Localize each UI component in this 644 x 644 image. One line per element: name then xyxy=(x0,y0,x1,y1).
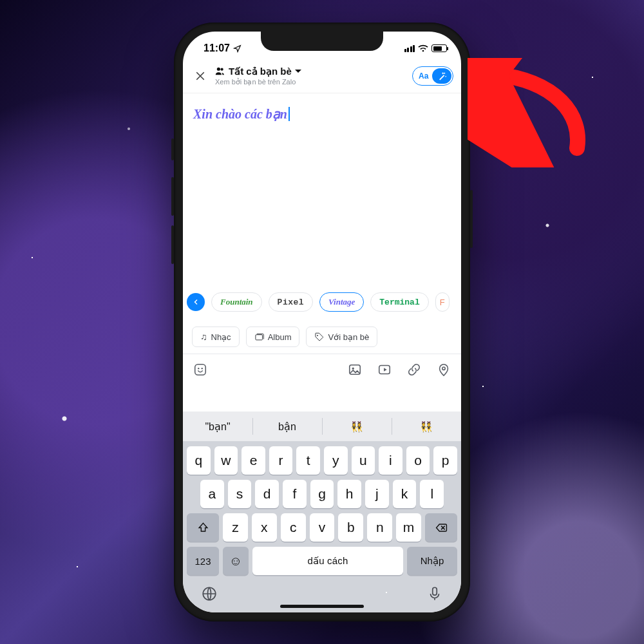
font-style-row: Fountain Pixel Vintage Terminal F xyxy=(183,285,461,319)
compose-header: Tất cả bạn bè Xem bởi bạn bè trên Zalo A… xyxy=(183,59,461,93)
sticker-face-icon xyxy=(193,363,207,377)
chevron-left-icon xyxy=(192,298,200,306)
image-icon xyxy=(348,363,362,377)
keyboard: "bạn" bận 👯‍♀️ 👯 q w e r t y u i o p xyxy=(183,412,461,612)
close-icon xyxy=(194,70,206,82)
red-arrow-annotation xyxy=(468,58,596,167)
key-row-4: 123 ☺ dấu cách Nhập xyxy=(183,542,461,579)
attachment-row: ♫ Nhạc Album Với bạn bè xyxy=(183,319,461,354)
suggestion-text: "bạn" xyxy=(205,421,230,433)
key-t[interactable]: t xyxy=(296,446,320,475)
close-button[interactable] xyxy=(191,66,210,86)
key-i[interactable]: i xyxy=(379,446,402,475)
text-caret xyxy=(289,107,290,121)
key-space[interactable]: dấu cách xyxy=(252,547,403,575)
chip-label: Terminal xyxy=(379,298,419,307)
key-d[interactable]: d xyxy=(255,480,279,508)
video-button[interactable] xyxy=(377,363,392,377)
key-v[interactable]: v xyxy=(310,513,335,542)
toggle-knob xyxy=(432,68,451,84)
key-y[interactable]: y xyxy=(324,446,348,475)
key-p[interactable]: p xyxy=(433,446,457,475)
input-action-row xyxy=(183,357,461,383)
key-n[interactable]: n xyxy=(367,513,392,542)
chip-label: Vintage xyxy=(328,297,355,307)
key-j[interactable]: j xyxy=(365,480,389,508)
location-arrow-icon xyxy=(233,44,242,53)
phone-vol-down xyxy=(171,225,174,264)
key-shift[interactable] xyxy=(187,513,219,542)
key-u[interactable]: u xyxy=(352,446,375,475)
key-l[interactable]: l xyxy=(420,480,444,508)
suggestion-1[interactable]: "bạn" xyxy=(183,412,252,441)
sticker-button[interactable] xyxy=(193,363,207,377)
suggestion-3[interactable]: 👯‍♀️ xyxy=(322,412,392,441)
people-icon xyxy=(215,67,225,75)
key-w[interactable]: w xyxy=(214,446,238,475)
tag-icon xyxy=(314,332,324,342)
key-g[interactable]: g xyxy=(310,480,334,508)
key-o[interactable]: o xyxy=(406,446,430,475)
cellular-signal-icon xyxy=(404,45,415,52)
font-chip-terminal[interactable]: Terminal xyxy=(370,292,428,312)
key-e[interactable]: e xyxy=(242,446,265,475)
toggle-aa-label: Aa xyxy=(419,71,428,80)
key-backspace[interactable] xyxy=(425,513,457,542)
location-pin-icon xyxy=(437,363,451,377)
compose-area[interactable]: Xin chào các bạn xyxy=(183,93,461,285)
key-emoji[interactable]: ☺ xyxy=(223,547,249,575)
font-chip-pixel[interactable]: Pixel xyxy=(269,292,314,312)
battery-icon xyxy=(431,44,447,52)
location-button[interactable] xyxy=(437,363,451,377)
phone-vol-up xyxy=(171,177,174,216)
svg-point-8 xyxy=(442,367,445,370)
chip-label: F xyxy=(440,298,445,307)
link-button[interactable] xyxy=(407,363,421,377)
attach-music-chip[interactable]: ♫ Nhạc xyxy=(192,327,240,347)
key-m[interactable]: m xyxy=(396,513,421,542)
font-chip-more[interactable]: F xyxy=(435,292,450,312)
audience-title: Tất cả bạn bè xyxy=(229,66,292,77)
shift-icon xyxy=(197,522,209,534)
globe-icon[interactable] xyxy=(201,585,218,602)
audience-subtitle: Xem bởi bạn bè trên Zalo xyxy=(215,78,407,86)
phone-frame: 11:07 Tất cả bạn bè xyxy=(174,23,470,621)
suggestion-emoji: 👯‍♀️ xyxy=(350,421,363,433)
audience-selector[interactable]: Tất cả bạn bè Xem bởi bạn bè trên Zalo xyxy=(215,66,407,86)
home-indicator[interactable] xyxy=(280,605,364,608)
attach-with-friends-chip[interactable]: Với bạn bè xyxy=(306,327,377,347)
key-x[interactable]: x xyxy=(252,513,277,542)
key-c[interactable]: c xyxy=(281,513,306,542)
video-play-icon xyxy=(377,363,392,377)
font-mode-toggle[interactable]: Aa xyxy=(412,66,453,86)
font-prev-button[interactable] xyxy=(187,293,205,311)
key-enter[interactable]: Nhập xyxy=(407,547,457,575)
font-chip-vintage[interactable]: Vintage xyxy=(319,292,364,312)
key-r[interactable]: r xyxy=(269,446,293,475)
image-stack-icon xyxy=(254,333,264,341)
attach-album-chip[interactable]: Album xyxy=(246,327,300,347)
suggestion-bar: "bạn" bận 👯‍♀️ 👯 xyxy=(183,412,461,441)
key-row-1: q w e r t y u i o p xyxy=(183,441,461,475)
phone-power xyxy=(470,190,473,248)
chip-label: Với bạn bè xyxy=(328,332,369,342)
magic-wand-icon xyxy=(437,71,447,80)
key-h[interactable]: h xyxy=(337,480,361,508)
chip-label: Pixel xyxy=(278,298,305,307)
key-q[interactable]: q xyxy=(187,446,211,475)
key-row-2: a s d f g h j k l xyxy=(183,475,461,508)
suggestion-4[interactable]: 👯 xyxy=(392,412,461,441)
key-s[interactable]: s xyxy=(228,480,252,508)
microphone-icon[interactable] xyxy=(426,585,443,602)
key-z[interactable]: z xyxy=(223,513,248,542)
key-f[interactable]: f xyxy=(283,480,307,508)
chevron-down-icon xyxy=(295,69,301,74)
notch xyxy=(261,32,383,51)
key-numbers[interactable]: 123 xyxy=(187,547,219,575)
gallery-button[interactable] xyxy=(348,363,362,377)
key-b[interactable]: b xyxy=(338,513,363,542)
key-k[interactable]: k xyxy=(393,480,417,508)
font-chip-fountain[interactable]: Fountain xyxy=(211,292,262,312)
suggestion-2[interactable]: bận xyxy=(252,412,322,441)
key-a[interactable]: a xyxy=(200,480,224,508)
